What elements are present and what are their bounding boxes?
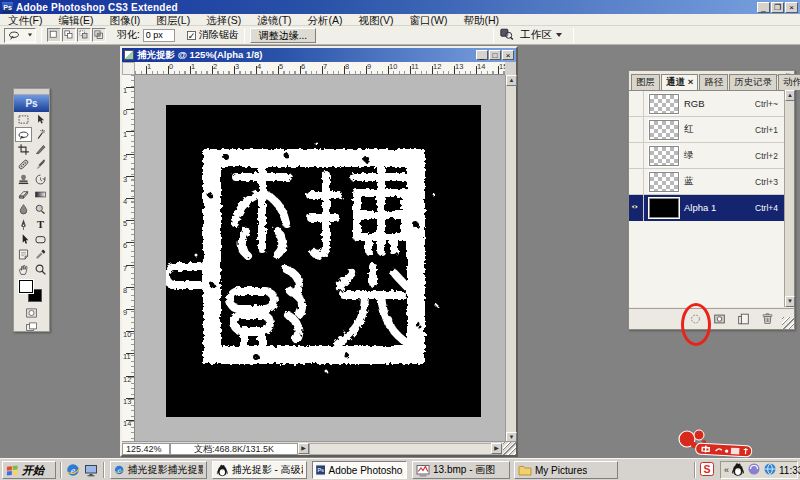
minimize-button[interactable]: _ [757, 2, 770, 13]
tool-crop[interactable] [15, 142, 32, 157]
go-to-bridge-icon[interactable] [499, 27, 514, 43]
menu-window[interactable]: 窗口(W) [402, 14, 456, 26]
refine-edge-button[interactable]: 调整边缘... [250, 28, 316, 43]
menu-edit[interactable]: 编辑(E) [50, 14, 101, 26]
subtract-from-selection-button[interactable] [77, 28, 91, 42]
channel-row-red[interactable]: 红Ctrl+1 [629, 117, 784, 143]
scroll-up-button[interactable]: ▲ [785, 90, 795, 101]
tool-magic-wand[interactable] [32, 127, 49, 142]
hruler-number: 10 [389, 62, 397, 71]
visibility-toggle[interactable] [629, 91, 644, 117]
channel-row-rgb[interactable]: RGBCtrl+~ [629, 91, 784, 117]
tool-blur[interactable] [15, 202, 32, 217]
tool-type[interactable]: T [32, 217, 49, 232]
new-selection-button[interactable] [47, 28, 61, 42]
channel-row-alpha-1[interactable]: Alpha 1Ctrl+4 [629, 195, 784, 221]
network-tray-icon[interactable] [763, 462, 777, 478]
restore-button[interactable]: ❐ [771, 2, 784, 13]
scroll-up-button[interactable]: ▲ [506, 75, 517, 86]
visibility-toggle[interactable] [629, 195, 644, 221]
visibility-toggle[interactable] [629, 169, 644, 195]
menu-filter[interactable]: 滤镜(T) [249, 14, 299, 26]
save-selection-as-channel-button[interactable] [711, 312, 728, 327]
foreground-color-swatch[interactable] [19, 280, 33, 293]
start-button[interactable]: 开始 [2, 461, 56, 479]
tool-preset-picker[interactable] [4, 28, 36, 43]
tool-move[interactable] [32, 112, 49, 127]
tool-rectangular-marquee[interactable] [15, 112, 32, 127]
taskbar-button-pictures[interactable]: My Pictures [514, 461, 618, 479]
tray-collapse-icon[interactable]: « [724, 465, 729, 475]
qq-tray-icon[interactable] [731, 462, 745, 478]
tool-shape[interactable] [32, 232, 49, 247]
tool-hand[interactable] [15, 262, 32, 277]
channel-row-green[interactable]: 绿Ctrl+2 [629, 143, 784, 169]
tool-notes[interactable] [15, 247, 32, 262]
feather-input[interactable] [143, 29, 175, 42]
tab-actions[interactable]: 动作 [778, 74, 800, 90]
vertical-scrollbar[interactable]: ▲ ▼ [505, 75, 516, 443]
messenger-tray-icon[interactable] [747, 462, 761, 478]
resize-grip[interactable] [503, 442, 516, 455]
quicklaunch-ie-icon[interactable]: e [66, 463, 80, 477]
sogou-tray-icon[interactable]: S [700, 462, 714, 478]
menu-analysis[interactable]: 分析(A) [300, 14, 351, 26]
menu-file[interactable]: 文件(F) [0, 14, 50, 26]
doc-minimize-button[interactable]: _ [476, 50, 488, 60]
tool-healing-brush[interactable] [15, 157, 32, 172]
scroll-down-button[interactable]: ▼ [785, 296, 795, 307]
tool-gradient[interactable] [32, 187, 49, 202]
tool-eyedropper[interactable] [32, 247, 49, 262]
antialias-label: 消除锯齿 [199, 28, 239, 42]
tool-path-selection[interactable] [15, 232, 32, 247]
close-button[interactable]: × [785, 2, 798, 13]
tool-brush[interactable] [32, 157, 49, 172]
horizontal-scrollbar[interactable]: ▶ [309, 443, 502, 455]
document-titlebar[interactable]: 捕光捉影 @ 125%(Alpha 1/8) _ □ × [122, 48, 516, 62]
tab-history[interactable]: 历史记录 [729, 74, 777, 90]
tool-history-brush[interactable] [32, 172, 49, 187]
antialias-checkbox[interactable]: ✓ [187, 31, 196, 40]
vruler-number: 12 [123, 376, 133, 383]
tab-layers[interactable]: 图层 [631, 74, 660, 90]
new-channel-button[interactable] [735, 312, 752, 327]
channel-row-blue[interactable]: 蓝Ctrl+3 [629, 169, 784, 195]
doc-maximize-button[interactable]: □ [489, 50, 501, 60]
screen-mode-button[interactable] [21, 320, 43, 333]
tool-lasso[interactable] [15, 127, 32, 142]
quick-mask-button[interactable] [21, 306, 43, 319]
doc-close-button[interactable]: × [502, 50, 514, 60]
seal-image[interactable] [166, 105, 481, 417]
taskbar-button-ie-page[interactable]: e捕光捉影捕光捉影 客... [110, 461, 207, 479]
scroll-right-button[interactable]: ▶ [491, 443, 502, 454]
tool-zoom[interactable] [32, 262, 49, 277]
tab-channels[interactable]: 通道 × [661, 74, 698, 90]
quicklaunch-desktop-icon[interactable] [84, 463, 98, 477]
taskbar-button-paint[interactable]: 13.bmp - 画图 [412, 461, 510, 479]
ruler-corner [122, 62, 135, 75]
tool-clone-stamp[interactable] [15, 172, 32, 187]
visibility-toggle[interactable] [629, 143, 644, 169]
add-to-selection-button[interactable] [62, 28, 76, 42]
tool-eraser[interactable] [15, 187, 32, 202]
menu-select[interactable]: 选择(S) [198, 14, 249, 26]
panel-resize-grip[interactable] [782, 317, 794, 329]
workspace-dropdown[interactable]: 工作区 [514, 28, 568, 42]
tool-slice[interactable] [32, 142, 49, 157]
taskbar-button-qq-group[interactable]: 捕光捉影 - 高级群 [212, 461, 307, 479]
menu-view[interactable]: 视图(V) [351, 14, 402, 26]
menu-layer[interactable]: 图层(L) [148, 14, 198, 26]
delete-channel-button[interactable] [759, 312, 776, 327]
taskbar-button-photoshop[interactable]: PsAdobe Photoshop CS3... [312, 461, 407, 479]
panel-scrollbar[interactable]: ▲ ▼ [784, 90, 794, 307]
tab-paths[interactable]: 路径 [699, 74, 728, 90]
menu-help[interactable]: 帮助(H) [456, 14, 508, 26]
menu-image[interactable]: 图像(I) [101, 14, 148, 26]
visibility-toggle[interactable] [629, 117, 644, 143]
zoom-level[interactable]: 125.42% [122, 443, 170, 455]
status-menu-arrow[interactable]: ▶ [298, 443, 309, 454]
intersect-selection-button[interactable] [92, 28, 106, 42]
tool-dodge[interactable] [32, 202, 49, 217]
tool-pen[interactable] [15, 217, 32, 232]
canvas-area[interactable] [135, 75, 505, 443]
